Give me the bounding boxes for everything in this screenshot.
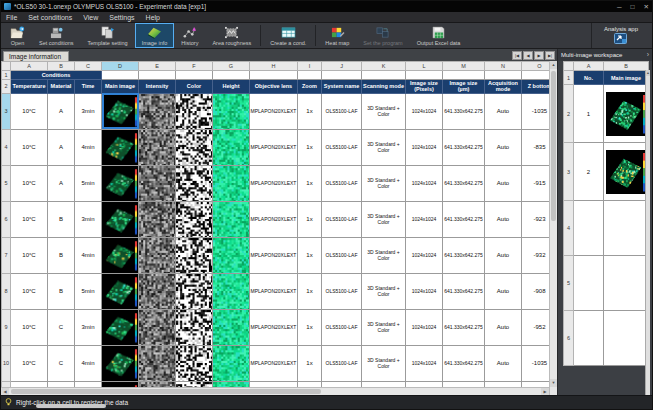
template-setting-button[interactable]: Template setting	[81, 23, 135, 48]
column-header-system-name[interactable]: System name	[322, 80, 362, 94]
column-letter-J[interactable]: J	[322, 62, 362, 71]
column-letter-K[interactable]: K	[362, 62, 406, 71]
column-letter-G[interactable]: G	[213, 62, 250, 71]
cell-main-image[interactable]	[102, 237, 139, 273]
workspace-cell-no[interactable]	[574, 311, 604, 366]
cell-z-bottom[interactable]: -908	[522, 273, 550, 309]
cell-z-bottom[interactable]: -1035	[522, 93, 550, 129]
cell-acquisition-mode[interactable]: Auto	[485, 309, 522, 345]
column-letter-H[interactable]: H	[250, 62, 298, 71]
cell-acquisition-mode[interactable]: Auto	[485, 237, 522, 273]
cell-main-image[interactable]	[102, 201, 139, 237]
cell-scanning-mode[interactable]: 3D Standard + Color	[362, 237, 406, 273]
cell-temperature[interactable]: 10°C	[11, 237, 48, 273]
heat-map-button[interactable]: Heat map	[318, 23, 356, 48]
cell-scanning-mode[interactable]: 3D Standard + Color	[362, 309, 406, 345]
tab-image-information[interactable]: Image information	[3, 51, 69, 61]
cell-acquisition-mode[interactable]: Auto	[485, 201, 522, 237]
workspace-cell-main-image[interactable]	[604, 85, 649, 143]
column-letter-N[interactable]: N	[485, 62, 522, 71]
cell-objective-lens[interactable]: MPLAPON20XLEXT	[250, 201, 298, 237]
panel-expand-icon[interactable]: ›	[647, 52, 649, 58]
cell-intensity[interactable]	[139, 309, 176, 345]
cell-intensity[interactable]	[139, 273, 176, 309]
workspace-cell-no[interactable]: 1	[574, 85, 604, 143]
empty-cell[interactable]	[362, 71, 406, 80]
column-header-color[interactable]: Color	[176, 80, 213, 94]
empty-cell[interactable]	[485, 71, 522, 80]
cell-scanning-mode[interactable]: 3D Standard + Color	[362, 93, 406, 129]
cell-system-name[interactable]: OLS5100-LAF	[322, 129, 362, 165]
row-number-5[interactable]: 5	[2, 165, 11, 201]
column-letter-I[interactable]: I	[298, 62, 322, 71]
cell-objective-lens[interactable]: MPLAPON20XLEXT	[250, 165, 298, 201]
cell-height[interactable]	[213, 201, 250, 237]
column-header-image-size-pixels-[interactable]: Image size (Pixels)	[406, 80, 443, 94]
cell-color[interactable]	[176, 345, 213, 381]
nav-first-icon[interactable]: |◀	[512, 51, 522, 60]
cell-material[interactable]: A	[48, 129, 75, 165]
taskbar-scroll-thumb[interactable]	[36, 404, 106, 408]
cell-objective-lens[interactable]: MPLAPON20XLEXT	[250, 345, 298, 381]
cell-image-size-px[interactable]: 1024x1024	[406, 129, 443, 165]
cell-time[interactable]: 3min	[75, 309, 102, 345]
cell-zoom[interactable]: 1x	[298, 129, 322, 165]
cell-temperature[interactable]: 10°C	[11, 129, 48, 165]
create-a-cond-button[interactable]: Create a cond.	[263, 23, 313, 48]
column-letter-A[interactable]: A	[11, 62, 48, 71]
workspace-row-number-6[interactable]: 6	[564, 311, 574, 366]
cell-main-image[interactable]	[102, 93, 139, 129]
cell-temperature[interactable]: 10°C	[11, 201, 48, 237]
empty-cell[interactable]	[250, 71, 298, 80]
menu-file[interactable]: File	[6, 14, 17, 21]
cell-acquisition-mode[interactable]: Auto	[485, 165, 522, 201]
column-letter-C[interactable]: C	[75, 62, 102, 71]
cell-acquisition-mode[interactable]: Auto	[485, 129, 522, 165]
maximize-button[interactable]: □	[631, 3, 635, 11]
cell-z-bottom[interactable]: -835	[522, 129, 550, 165]
cell-zoom[interactable]: 1x	[298, 93, 322, 129]
conditions-merged-header[interactable]: Conditions	[11, 71, 102, 80]
cell-acquisition-mode[interactable]: Auto	[485, 345, 522, 381]
cell-image-size-px[interactable]: 1024x1024	[406, 201, 443, 237]
cell-acquisition-mode[interactable]: Auto	[485, 93, 522, 129]
cell-system-name[interactable]: OLS5100-LAF	[322, 237, 362, 273]
cell-system-name[interactable]: OLS5100-LAF	[322, 309, 362, 345]
empty-cell[interactable]	[213, 71, 250, 80]
scroll-down-icon[interactable]: ▼	[550, 379, 557, 387]
workspace-cell-main-image[interactable]	[604, 201, 649, 256]
cell-z-bottom[interactable]: -923	[522, 201, 550, 237]
cell-system-name[interactable]: OLS5100-LAF	[322, 165, 362, 201]
open-button[interactable]: Open	[3, 23, 32, 48]
workspace-column-header-main-image[interactable]: Main image	[604, 71, 649, 85]
cell-objective-lens[interactable]: MPLAPON20XLEXT	[250, 129, 298, 165]
cell-image-size-px[interactable]: 1024x1024	[406, 165, 443, 201]
cell-system-name[interactable]: OLS5100-LAF	[322, 201, 362, 237]
vertical-scroll-thumb[interactable]	[551, 71, 556, 221]
minimize-button[interactable]: ─	[617, 3, 622, 11]
cell-intensity[interactable]	[139, 93, 176, 129]
cell-objective-lens[interactable]: MPLAPON20XLEXT	[250, 237, 298, 273]
cell-intensity[interactable]	[139, 165, 176, 201]
cell-image-size-px[interactable]: 1024x1024	[406, 93, 443, 129]
workspace-column-letter-A[interactable]: A	[574, 62, 604, 71]
row-number-6[interactable]: 6	[2, 201, 11, 237]
cell-scanning-mode[interactable]: 3D Standard + Color	[362, 345, 406, 381]
column-header-image-size-m-[interactable]: Image size (µm)	[443, 80, 485, 94]
cell-z-bottom[interactable]: -915	[522, 165, 550, 201]
column-letter-D[interactable]: D	[102, 62, 139, 71]
horizontal-scroll-thumb[interactable]	[11, 389, 321, 394]
workspace-cell-no[interactable]	[574, 201, 604, 256]
cell-intensity[interactable]	[139, 129, 176, 165]
close-button[interactable]: ✕	[644, 3, 649, 11]
cell-temperature[interactable]: 10°C	[11, 273, 48, 309]
empty-cell[interactable]	[139, 71, 176, 80]
cell-image-size-um[interactable]: 641.330x642.275	[443, 309, 485, 345]
column-header-height[interactable]: Height	[213, 80, 250, 94]
cell-objective-lens[interactable]: MPLAPON20XLEXT	[250, 93, 298, 129]
workspace-row-number-4[interactable]: 4	[564, 201, 574, 256]
cell-acquisition-mode[interactable]: Auto	[485, 273, 522, 309]
row-number-1[interactable]: 1	[2, 71, 11, 80]
column-header-z-bottom[interactable]: Z bottom	[522, 80, 550, 94]
cell-time[interactable]: 5min	[75, 273, 102, 309]
